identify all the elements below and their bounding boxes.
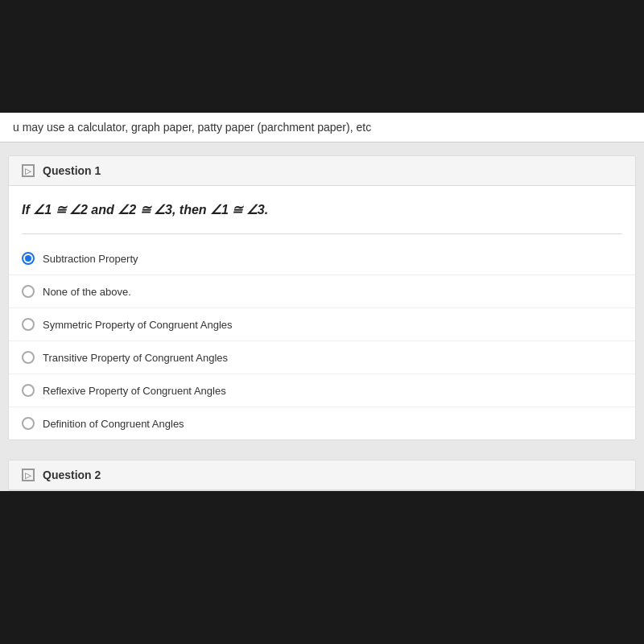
option-label-transitive: Transitive Property of Congruent Angles: [43, 352, 228, 364]
option-definition-congruent[interactable]: Definition of Congruent Angles: [9, 407, 635, 440]
bottom-section: ▷ Question 2: [0, 453, 644, 491]
radio-transitive-property[interactable]: [22, 351, 35, 364]
question-divider: [22, 233, 622, 234]
question2-card: ▷ Question 2: [8, 460, 636, 491]
question1-label: Question 1: [43, 164, 101, 177]
instruction-bar: u may use a calculator, graph paper, pat…: [0, 113, 644, 142]
radio-definition-congruent[interactable]: [22, 417, 35, 430]
question2-icon: ▷: [22, 469, 35, 481]
radio-inner-subtraction: [25, 255, 31, 262]
question1-icon: ▷: [22, 164, 35, 177]
radio-symmetric-property[interactable]: [22, 318, 35, 331]
radio-reflexive-property[interactable]: [22, 384, 35, 397]
question1-body: If ∠1 ≅ ∠2 and ∠2 ≅ ∠3, then ∠1 ≅ ∠3.: [9, 186, 635, 242]
instruction-text: u may use a calculator, graph paper, pat…: [13, 121, 371, 134]
option-subtraction-property[interactable]: Subtraction Property: [9, 242, 635, 275]
option-label-reflexive: Reflexive Property of Congruent Angles: [43, 385, 226, 397]
option-none-above[interactable]: None of the above.: [9, 275, 635, 308]
main-content: ▷ Question 1 If ∠1 ≅ ∠2 and ∠2 ≅ ∠3, the…: [0, 142, 644, 453]
option-label-symmetric: Symmetric Property of Congruent Angles: [43, 319, 233, 331]
question1-header: ▷ Question 1: [9, 156, 635, 186]
question2-header: ▷ Question 2: [9, 460, 635, 490]
option-label-subtraction: Subtraction Property: [43, 253, 138, 265]
option-symmetric-property[interactable]: Symmetric Property of Congruent Angles: [9, 308, 635, 341]
top-dark-bar: [0, 0, 644, 113]
question1-text: If ∠1 ≅ ∠2 and ∠2 ≅ ∠3, then ∠1 ≅ ∠3.: [22, 202, 622, 217]
question2-label: Question 2: [43, 469, 101, 481]
radio-none-above[interactable]: [22, 285, 35, 298]
option-transitive-property[interactable]: Transitive Property of Congruent Angles: [9, 341, 635, 374]
option-label-definition: Definition of Congruent Angles: [43, 418, 184, 430]
option-reflexive-property[interactable]: Reflexive Property of Congruent Angles: [9, 374, 635, 407]
radio-subtraction-property[interactable]: [22, 252, 35, 265]
option-label-none-above: None of the above.: [43, 286, 131, 298]
question1-card: ▷ Question 1 If ∠1 ≅ ∠2 and ∠2 ≅ ∠3, the…: [8, 155, 636, 440]
